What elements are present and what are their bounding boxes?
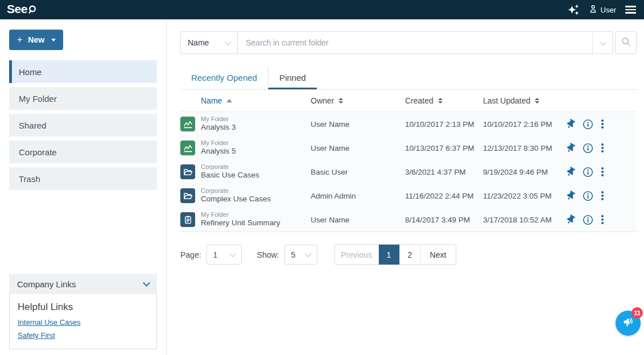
table-row[interactable]: My Folder Analysis 5 User Name 10/13/201…	[180, 136, 637, 160]
item-updated: 3/17/2018 10:52 AM	[483, 216, 561, 224]
item-updated: 11/23/2022 3:05 PM	[483, 192, 561, 200]
page-1-button[interactable]: 1	[379, 245, 400, 265]
page-number: 1	[387, 250, 391, 259]
info-icon[interactable]	[583, 119, 593, 130]
sidebar-item-home[interactable]: Home	[9, 60, 157, 83]
hamburger-menu-icon[interactable]	[625, 6, 636, 14]
column-header-owner[interactable]: Owner	[311, 96, 405, 105]
previous-page-button[interactable]: Previous	[335, 245, 379, 265]
new-button[interactable]: + New	[9, 30, 63, 50]
search-input[interactable]	[238, 32, 592, 53]
helpful-links-heading: Helpful Links	[18, 302, 148, 313]
search-options-dropdown-button[interactable]	[592, 32, 613, 53]
main-content: Name Recently Opened Pinned Name	[167, 19, 644, 355]
pin-icon[interactable]	[567, 143, 575, 152]
column-header-created[interactable]: Created	[405, 96, 483, 105]
search-field-dropdown[interactable]: Name	[181, 32, 238, 53]
user-menu[interactable]: User	[588, 4, 616, 15]
pin-icon[interactable]	[567, 215, 575, 224]
pin-icon[interactable]	[567, 191, 575, 200]
column-label: Last Updated	[483, 96, 530, 105]
info-icon[interactable]	[583, 167, 593, 178]
column-label: Created	[405, 96, 434, 105]
more-options-icon[interactable]	[601, 215, 604, 224]
item-created: 11/16/2022 2:44 PM	[405, 192, 483, 200]
item-owner: User Name	[311, 144, 405, 152]
info-icon[interactable]	[583, 143, 593, 154]
item-owner: User Name	[311, 120, 405, 129]
chevron-down-icon	[229, 250, 236, 257]
item-name[interactable]: Basic Use Cases	[201, 171, 311, 180]
ai-sparkles-icon[interactable]	[568, 4, 579, 15]
item-name[interactable]: Refinery Unit Summary	[201, 218, 311, 228]
notifications-button[interactable]: 11	[616, 311, 641, 336]
sidebar-item-shared[interactable]: Shared	[9, 114, 157, 137]
more-options-icon[interactable]	[601, 167, 604, 176]
page-number: 2	[408, 250, 412, 259]
top-navbar: See User	[0, 0, 644, 19]
item-type-icon	[180, 188, 195, 203]
more-options-icon[interactable]	[601, 119, 604, 129]
page-select[interactable]: 1	[207, 245, 242, 265]
sidebar-item-label: Corporate	[19, 147, 57, 157]
info-icon[interactable]	[583, 191, 593, 201]
chevron-down-icon	[51, 39, 56, 42]
sort-ascending-icon	[226, 99, 232, 102]
item-updated: 12/13/2017 8:30 PM	[483, 144, 561, 152]
info-icon[interactable]	[583, 214, 593, 225]
sidebar-item-corporate[interactable]: Corporate	[9, 141, 157, 163]
sidebar-item-label: Trash	[19, 174, 40, 184]
pin-icon[interactable]	[567, 119, 575, 129]
table-row[interactable]: My Folder Refinery Unit Summary User Nam…	[180, 208, 637, 232]
more-options-icon[interactable]	[601, 191, 604, 200]
sidebar: + New Home My Folder Shared Corporate Tr…	[0, 19, 167, 355]
pin-icon[interactable]	[567, 167, 575, 176]
tab-label: Recently Opened	[191, 73, 257, 82]
item-type-icon	[180, 164, 195, 179]
item-folder-path: My Folder	[201, 139, 311, 147]
table-row[interactable]: Corporate Basic Use Cases Basic User 3/6…	[180, 160, 637, 184]
next-page-button[interactable]: Next	[421, 245, 456, 265]
item-created: 10/13/2017 6:37 PM	[405, 144, 483, 152]
table-row[interactable]: Corporate Complex Use Cases Admin Admin …	[180, 184, 637, 208]
tab-label: Pinned	[279, 73, 306, 82]
link-safety-first[interactable]: Safety First	[18, 331, 148, 340]
seeq-logo[interactable]: See	[7, 3, 36, 16]
tab-bar: Recently Opened Pinned	[180, 67, 637, 90]
item-owner: User Name	[311, 216, 405, 224]
column-label: Name	[201, 96, 222, 105]
item-created: 10/10/2017 2:13 PM	[405, 120, 483, 129]
show-label: Show:	[257, 250, 279, 259]
item-updated: 9/19/2024 9:46 PM	[483, 168, 561, 176]
company-links-panel: Company Links Helpful Links Internal Use…	[9, 274, 157, 349]
table-body: My Folder Analysis 3 User Name 10/10/201…	[180, 112, 637, 232]
item-name[interactable]: Complex Use Cases	[201, 195, 311, 204]
search-button[interactable]	[615, 31, 637, 54]
item-type-icon	[180, 141, 195, 155]
company-links-title: Company Links	[17, 279, 76, 289]
next-label: Next	[430, 250, 447, 259]
item-name[interactable]: Analysis 3	[201, 123, 311, 133]
sidebar-item-trash[interactable]: Trash	[9, 167, 157, 190]
link-internal-use-cases[interactable]: Internal Use Cases	[18, 318, 148, 327]
sort-icon	[338, 98, 343, 104]
item-type-icon	[180, 212, 195, 227]
page-2-button[interactable]: 2	[400, 245, 421, 265]
user-label: User	[601, 6, 616, 14]
item-folder-path: My Folder	[201, 115, 311, 123]
column-header-last-updated[interactable]: Last Updated	[483, 96, 561, 105]
show-select-value: 5	[291, 250, 296, 259]
table-header: Name Owner Created Last Updated	[180, 90, 637, 112]
column-header-name[interactable]: Name	[201, 96, 311, 105]
table-row[interactable]: My Folder Analysis 3 User Name 10/10/201…	[180, 112, 637, 136]
more-options-icon[interactable]	[601, 143, 604, 152]
company-links-header[interactable]: Company Links	[9, 274, 157, 294]
show-select[interactable]: 5	[284, 245, 317, 265]
plus-icon: +	[17, 35, 22, 45]
item-name[interactable]: Analysis 5	[201, 147, 311, 156]
logo-text: See	[7, 3, 27, 15]
item-owner: Basic User	[311, 168, 405, 176]
tab-recently-opened[interactable]: Recently Opened	[180, 67, 268, 89]
tab-pinned[interactable]: Pinned	[268, 67, 317, 89]
sidebar-item-my-folder[interactable]: My Folder	[9, 87, 157, 110]
